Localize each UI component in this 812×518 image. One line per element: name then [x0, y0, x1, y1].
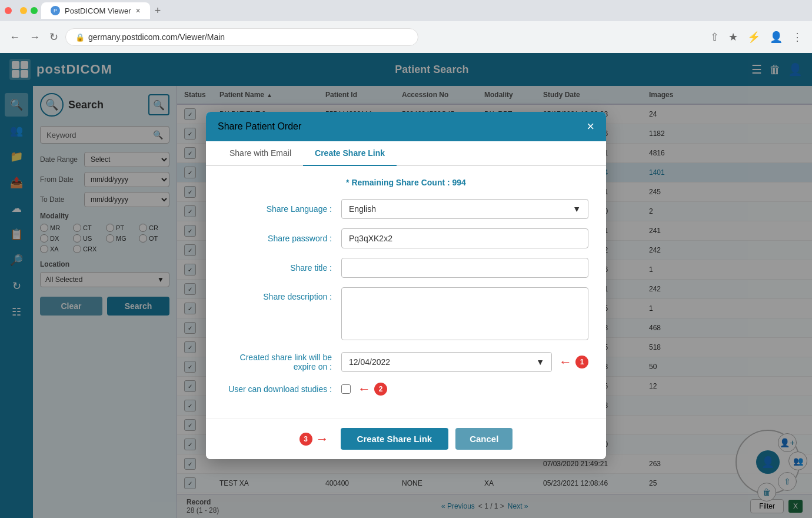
address-bar[interactable]: 🔒 germany.postdicom.com/Viewer/Main	[65, 28, 418, 46]
tab-title: PostDICOM Viewer	[65, 6, 131, 15]
download-label: User can download studies :	[224, 384, 341, 394]
cancel-btn[interactable]: Cancel	[455, 428, 513, 450]
modal-title: Share Patient Order	[218, 121, 301, 132]
create-share-link-btn[interactable]: Create Share Link	[341, 428, 449, 450]
tab-share-email[interactable]: Share with Email	[218, 141, 303, 166]
address-text: germany.postdicom.com/Viewer/Main	[88, 32, 225, 42]
password-group: Share password :	[224, 228, 588, 248]
tab-create-share-link[interactable]: Create Share Link	[303, 141, 397, 166]
browser-chrome: P PostDICOM Viewer × + ← → ↻ 🔒 germany.p…	[0, 0, 812, 53]
back-btn[interactable]: ←	[7, 29, 22, 46]
annotation-2: ← 2	[358, 381, 387, 397]
download-control: ← 2	[341, 381, 588, 397]
tab-close-btn[interactable]: ×	[135, 6, 140, 15]
bookmark-btn[interactable]: ★	[726, 28, 740, 46]
title-group: Share title :	[224, 258, 588, 278]
browser-address-bar: ← → ↻ 🔒 germany.postdicom.com/Viewer/Mai…	[0, 21, 812, 53]
language-group: Share Language : English ▼	[224, 199, 588, 219]
modal-tabs: Share with Email Create Share Link	[206, 141, 606, 166]
language-control: English ▼	[341, 199, 588, 219]
download-group: User can download studies : ← 2	[224, 381, 588, 397]
share-btn[interactable]: ⇧	[708, 28, 721, 46]
modal-header: Share Patient Order ×	[206, 112, 606, 141]
window-maximize-btn[interactable]	[31, 7, 38, 14]
language-label: Share Language :	[224, 204, 341, 214]
browser-tab[interactable]: P PostDICOM Viewer ×	[41, 2, 150, 19]
expire-label: Created share link will be expire on :	[224, 353, 341, 371]
modal-footer: 3 → Create Share Link Cancel	[206, 418, 606, 459]
expire-select[interactable]: 12/04/2022 ▼	[341, 352, 552, 372]
browser-titlebar: P PostDICOM Viewer × +	[0, 0, 812, 21]
title-input[interactable]	[341, 258, 588, 278]
window-minimize-btn[interactable]	[20, 7, 27, 14]
expire-dropdown-icon: ▼	[536, 357, 544, 367]
language-value: English	[349, 204, 376, 214]
language-select[interactable]: English ▼	[341, 199, 588, 219]
profile-btn[interactable]: 👤	[767, 28, 785, 46]
window-close-btn[interactable]	[5, 7, 12, 14]
remaining-count: * Remaining Share Count : 994	[224, 178, 588, 187]
language-dropdown-icon: ▼	[573, 204, 581, 214]
annotation-circle-2: 2	[374, 383, 387, 396]
annotation-circle-3: 3	[299, 433, 312, 446]
reload-btn[interactable]: ↻	[47, 28, 61, 46]
annotation-3: 3 →	[299, 428, 329, 450]
modal-body: * Remaining Share Count : 994 Share Lang…	[206, 166, 606, 418]
expire-value: 12/04/2022	[349, 357, 390, 367]
share-modal: Share Patient Order × Share with Email C…	[206, 112, 606, 459]
tab-favicon: P	[51, 6, 60, 15]
browser-actions: ⇧ ★ ⚡ 👤 ⋮	[708, 28, 805, 46]
password-label: Share password :	[224, 234, 341, 243]
new-tab-btn[interactable]: +	[150, 2, 166, 19]
menu-btn[interactable]: ⋮	[790, 28, 805, 46]
expire-control: 12/04/2022 ▼ ← 1	[341, 352, 588, 372]
title-control	[341, 258, 588, 278]
modal-overlay[interactable]: Share Patient Order × Share with Email C…	[0, 53, 812, 518]
expire-group: Created share link will be expire on : 1…	[224, 352, 588, 372]
description-control	[341, 287, 588, 343]
modal-close-btn[interactable]: ×	[587, 120, 594, 133]
download-checkbox[interactable]	[341, 384, 351, 394]
annotation-circle-1: 1	[575, 356, 588, 368]
lock-icon: 🔒	[75, 33, 85, 42]
annotation-1: ← 1	[559, 354, 588, 370]
window-controls	[5, 7, 41, 14]
title-label: Share title :	[224, 263, 341, 273]
password-control	[341, 228, 588, 248]
description-input[interactable]	[341, 287, 588, 340]
forward-btn[interactable]: →	[27, 29, 42, 46]
password-input[interactable]	[341, 228, 588, 248]
description-group: Share description :	[224, 287, 588, 343]
extensions-btn[interactable]: ⚡	[745, 28, 763, 46]
description-label: Share description :	[224, 287, 341, 301]
